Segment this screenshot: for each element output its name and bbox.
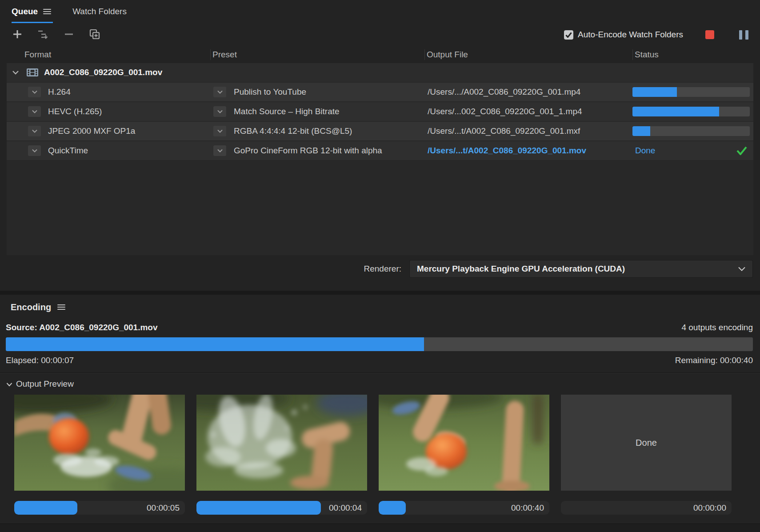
section-divider xyxy=(0,372,760,373)
tab-watch-folders[interactable]: Watch Folders xyxy=(72,7,128,23)
preview-progress-bar: 00:00:05 xyxy=(14,501,185,515)
bottom-filler xyxy=(0,524,760,532)
collapse-chevron-icon[interactable] xyxy=(12,70,20,75)
preview-timecode: 00:00:40 xyxy=(511,501,544,515)
preview-timecode: 00:00:04 xyxy=(329,501,362,515)
remove-button[interactable] xyxy=(63,29,75,40)
auto-encode-checkbox[interactable]: Auto-Encode Watch Folders xyxy=(564,30,683,40)
column-preset[interactable]: Preset xyxy=(210,49,424,60)
format-dropdown[interactable] xyxy=(28,106,41,117)
encode-row[interactable]: QuickTime GoPro CineForm RGB 12-bit with… xyxy=(7,141,753,160)
preview-item: 00:00:04 xyxy=(196,395,367,515)
preview-timecode: 00:00:05 xyxy=(147,501,180,515)
encoding-panel: Encoding Source: A002_C086_09220G_001.mo… xyxy=(0,295,760,524)
output-path-link[interactable]: /Users/...t/A002_C086_09220G_001.mov xyxy=(428,146,586,156)
preview-thumbnail-1 xyxy=(14,395,185,491)
film-clip-icon xyxy=(26,68,39,77)
preset-label: Match Source – High Bitrate xyxy=(234,107,340,116)
preview-item: 00:00:40 xyxy=(379,395,549,515)
encode-row[interactable]: JPEG 2000 MXF OP1a RGBA 4:4:4:4 12-bit (… xyxy=(7,122,753,140)
preview-progress-bar: 00:00:40 xyxy=(379,501,549,515)
source-name: A002_C086_09220G_001.mov xyxy=(44,68,162,77)
queue-panel-menu-icon[interactable] xyxy=(43,9,51,14)
encode-row[interactable]: H.264 Publish to YouTube /Users/.../A002… xyxy=(7,83,753,101)
stop-icon xyxy=(705,30,714,39)
format-dropdown[interactable] xyxy=(28,126,41,136)
preview-thumbnail-2 xyxy=(196,395,367,491)
format-dropdown[interactable] xyxy=(28,145,41,156)
column-format[interactable]: Format xyxy=(0,49,210,60)
duplicate-icon xyxy=(89,28,100,41)
renderer-value: Mercury Playback Engine GPU Acceleration… xyxy=(417,264,625,274)
pause-queue-button[interactable] xyxy=(739,30,748,40)
panel-divider xyxy=(0,291,760,295)
minus-icon xyxy=(64,29,74,41)
collapse-chevron-icon xyxy=(6,379,12,389)
column-status[interactable]: Status xyxy=(632,49,760,60)
preset-dropdown[interactable] xyxy=(213,87,226,97)
output-path[interactable]: /Users/.../A002_C086_09220G_001.mp4 xyxy=(428,87,580,97)
output-previews: 00:00:05 xyxy=(14,395,760,515)
overall-progress-bar xyxy=(6,337,753,351)
done-check-icon xyxy=(736,146,747,155)
encoding-panel-menu-icon[interactable] xyxy=(57,304,65,310)
encode-progress-fill xyxy=(632,126,650,136)
encode-progress-fill xyxy=(632,87,677,97)
output-path[interactable]: /Users/...002_C086_09220G_001_1.mp4 xyxy=(428,107,582,116)
preview-progress-fill xyxy=(196,501,321,515)
queue-list: A002_C086_09220G_001.mov H.264 Publish t… xyxy=(7,63,753,255)
encode-row[interactable]: HEVC (H.265) Match Source – High Bitrate… xyxy=(7,102,753,121)
queue-panel: Queue Watch Folders xyxy=(0,0,760,291)
encode-progress-bar xyxy=(632,107,750,116)
preview-timecode: 00:00:00 xyxy=(693,501,726,515)
preview-progress-bar: 00:00:04 xyxy=(196,501,367,515)
add-output-button[interactable] xyxy=(37,29,49,40)
encode-progress-bar xyxy=(632,126,750,136)
output-preview-toggle[interactable]: Output Preview xyxy=(6,379,760,389)
preview-progress-bar: 00:00:00 xyxy=(561,501,732,515)
panel-tabs: Queue Watch Folders xyxy=(0,0,760,23)
source-row[interactable]: A002_C086_09220G_001.mov xyxy=(7,63,753,82)
output-preview-label: Output Preview xyxy=(16,379,74,389)
toolbar-right: Auto-Encode Watch Folders xyxy=(564,30,748,40)
outputs-encoding-count: 4 outputs encoding xyxy=(681,323,753,332)
preview-thumbnail-3 xyxy=(379,395,549,491)
queue-column-headers: Format Preset Output File Status xyxy=(0,46,760,63)
format-dropdown[interactable] xyxy=(28,87,41,97)
preset-label: RGBA 4:4:4:4 12-bit (BCS@L5) xyxy=(234,126,352,136)
renderer-row: Renderer: Mercury Playback Engine GPU Ac… xyxy=(7,255,753,283)
encoding-header: Encoding xyxy=(0,295,760,312)
preview-item: 00:00:05 xyxy=(14,395,185,515)
output-path[interactable]: /Users/...t/A002_C086_09220G_001.mxf xyxy=(428,126,580,136)
preview-thumbnail-done: Done xyxy=(561,395,732,491)
column-output-file[interactable]: Output File xyxy=(424,49,632,60)
preset-dropdown[interactable] xyxy=(213,106,226,117)
format-label: JPEG 2000 MXF OP1a xyxy=(48,126,135,136)
add-source-button[interactable] xyxy=(12,29,23,40)
preview-progress-fill xyxy=(14,501,77,515)
encoding-source: Source: A002_C086_09220G_001.mov xyxy=(6,323,158,332)
elapsed-time: Elapsed: 00:00:07 xyxy=(6,356,74,366)
preset-dropdown[interactable] xyxy=(213,126,226,136)
format-label: HEVC (H.265) xyxy=(48,107,102,116)
add-output-icon xyxy=(37,29,49,41)
encoding-source-line: Source: A002_C086_09220G_001.mov 4 outpu… xyxy=(6,322,753,333)
renderer-label: Renderer: xyxy=(364,264,402,274)
renderer-dropdown[interactable]: Mercury Playback Engine GPU Acceleration… xyxy=(409,260,753,278)
encode-progress-bar xyxy=(632,87,750,97)
duplicate-button[interactable] xyxy=(89,29,100,40)
remaining-time: Remaining: 00:00:40 xyxy=(675,356,753,366)
status-done-label: Done xyxy=(635,146,655,156)
pause-icon xyxy=(739,30,742,40)
chevron-down-icon xyxy=(738,267,745,271)
format-label: H.264 xyxy=(48,87,71,97)
overall-progress-fill xyxy=(6,337,424,351)
stop-queue-button[interactable] xyxy=(705,30,714,39)
encoding-time-line: Elapsed: 00:00:07 Remaining: 00:00:40 xyxy=(6,356,753,366)
encode-progress-fill xyxy=(632,107,719,116)
checkbox-checked-icon xyxy=(564,30,573,40)
preview-done-label: Done xyxy=(636,438,657,448)
tab-queue[interactable]: Queue xyxy=(12,7,53,23)
queue-toolbar: Auto-Encode Watch Folders xyxy=(0,23,760,46)
preset-dropdown[interactable] xyxy=(213,145,226,156)
